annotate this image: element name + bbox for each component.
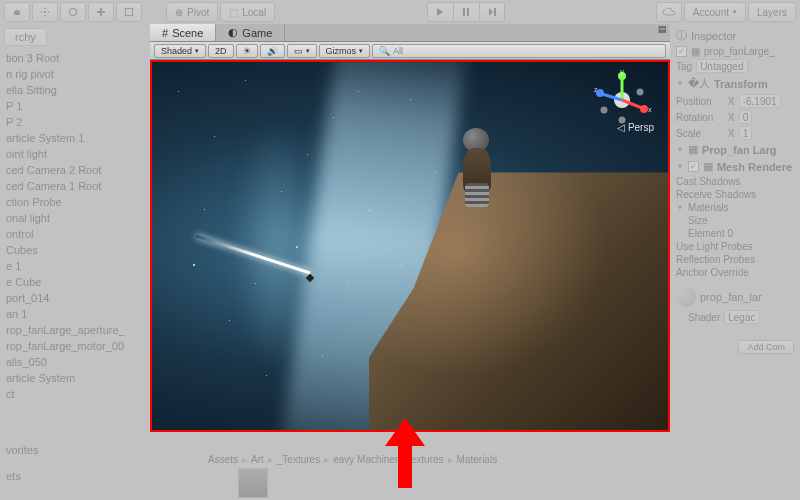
play-button[interactable] [427,2,453,22]
hierarchy-item[interactable]: rop_fanLarge_motor_00 [6,338,144,354]
scene-panel: #Scene ◐Game ▤ Shaded 2D ☀ 🔊 ▭ Gizmos 🔍A… [150,24,670,432]
scene-search-input[interactable]: 🔍All [372,44,666,58]
hierarchy-item[interactable]: an 1 [6,306,144,322]
svg-point-0 [70,9,77,16]
projection-label[interactable]: ◁ Persp [617,122,654,133]
assets-label: ets [2,468,668,484]
game-icon: ◐ [228,26,238,39]
move-tool-icon[interactable] [32,2,58,22]
pause-button[interactable] [453,2,479,22]
hierarchy-item[interactable]: P 2 [6,114,144,130]
transform-header[interactable]: Transform [714,78,768,90]
hierarchy-item[interactable]: port_014 [6,290,144,306]
audio-toggle-icon[interactable]: 🔊 [260,44,285,58]
svg-rect-8 [463,8,465,16]
breadcrumb-segment[interactable]: Art [251,454,264,465]
asset-thumbnail[interactable] [238,468,268,498]
hand-tool-icon[interactable] [4,2,30,22]
callout-arrow [380,418,430,490]
svg-rect-9 [467,8,469,16]
reflection-probes-label: Reflection Probes [676,254,755,265]
active-checkbox[interactable]: ✓ [676,46,687,57]
hierarchy-item[interactable]: e 1 [6,258,144,274]
hierarchy-item[interactable]: tion 3 Root [6,50,144,66]
mesh-filter-header[interactable]: Prop_fan Larg [702,144,777,156]
breadcrumb-segment[interactable]: Materials [457,454,498,465]
element0-label: Element 0 [688,228,733,239]
renderer-enabled-checkbox[interactable]: ✓ [688,161,699,172]
materials-size-label: Size [688,215,707,226]
scene-tab[interactable]: #Scene [150,24,216,41]
hierarchy-item[interactable]: ct [6,386,144,402]
inspector-tab[interactable]: ⓘInspector [672,26,798,45]
shading-mode-dropdown[interactable]: Shaded [154,44,206,58]
transform-icon: �人 [688,76,710,91]
svg-point-4 [125,8,127,10]
cast-shadows-label: Cast Shadows [676,176,740,187]
project-panel: vorites ets Assets▸Art▸_Textures▸eavy Ma… [0,440,670,500]
svg-text:x: x [648,106,652,113]
account-dropdown[interactable]: Account▾ [684,2,746,22]
hierarchy-item[interactable]: ella Sitting [6,82,144,98]
pivot-button[interactable]: ⊕Pivot [166,2,218,22]
hierarchy-item[interactable]: rop_fanLarge_aperture_ [6,322,144,338]
svg-text:z: z [594,86,598,93]
hierarchy-item[interactable]: ontrol [6,226,144,242]
scale-x-field[interactable]: 1 [739,126,753,140]
hierarchy-item[interactable]: ced Camera 2 Root [6,162,144,178]
fx-dropdown-icon[interactable]: ▭ [287,44,317,58]
svg-rect-10 [494,8,496,16]
local-button[interactable]: ⬚Local [220,2,275,22]
hierarchy-item[interactable]: P 1 [6,98,144,114]
lighting-toggle-icon[interactable]: ☀ [236,44,258,58]
light-probes-label: Use Light Probes [676,241,753,252]
project-breadcrumb[interactable]: Assets▸Art▸_Textures▸eavy Machinery Text… [200,452,505,467]
rect-tool-icon[interactable] [116,2,142,22]
hierarchy-item[interactable]: ction Probe [6,194,144,210]
breadcrumb-segment[interactable]: _Textures [277,454,320,465]
cube-icon: ▦ [691,46,700,57]
step-button[interactable] [479,2,505,22]
object-name-field[interactable]: prop_fanLarge_ [704,46,775,57]
renderer-icon: ▦ [703,160,713,173]
mesh-renderer-header[interactable]: Mesh Rendere [717,161,792,173]
hierarchy-item[interactable]: alls_050 [6,354,144,370]
pivot-icon: ⊕ [175,7,183,18]
search-icon: 🔍 [379,46,390,56]
svg-rect-2 [100,8,102,16]
materials-label: Materials [688,202,729,213]
scale-tool-icon[interactable] [88,2,114,22]
position-x-field[interactable]: -6.1901 [739,94,781,108]
breadcrumb-segment[interactable]: Assets [208,454,238,465]
rotate-tool-icon[interactable] [60,2,86,22]
scene-viewport[interactable]: y x z ◁ Persp [150,60,670,432]
tag-dropdown[interactable]: Untagged [696,59,747,73]
panel-menu-icon[interactable]: ▤ [654,24,670,41]
hierarchy-item[interactable]: oint light [6,146,144,162]
inspector-panel: ⓘInspector ✓▦prop_fanLarge_ TagUntagged … [670,24,800,500]
layers-dropdown[interactable]: Layers [748,2,796,22]
receive-shadows-label: Receive Shadows [676,189,756,200]
character [453,128,503,208]
orientation-gizmo[interactable]: y x z [592,70,652,130]
add-component-button[interactable]: Add Com [738,340,794,354]
play-controls [427,2,505,22]
shader-dropdown[interactable]: Legac [724,310,759,324]
cloud-icon[interactable] [656,2,682,22]
svg-point-19 [601,107,608,114]
hierarchy-item[interactable]: n rig pivot [6,66,144,82]
material-name: prop_fan_lar [700,291,762,303]
rotation-x-field[interactable]: 0 [739,110,753,124]
hierarchy-item[interactable]: Cubes [6,242,144,258]
tag-label: Tag [676,61,692,72]
gizmos-dropdown[interactable]: Gizmos [319,44,371,58]
hierarchy-item[interactable]: e Cube [6,274,144,290]
hierarchy-item[interactable]: onal light [6,210,144,226]
hierarchy-item[interactable]: ced Camera 1 Root [6,178,144,194]
hierarchy-tab[interactable]: rchy [4,28,47,46]
svg-rect-3 [126,9,133,16]
2d-toggle[interactable]: 2D [208,44,234,58]
hierarchy-item[interactable]: article System [6,370,144,386]
game-tab[interactable]: ◐Game [216,24,285,41]
hierarchy-item[interactable]: article System 1 [6,130,144,146]
